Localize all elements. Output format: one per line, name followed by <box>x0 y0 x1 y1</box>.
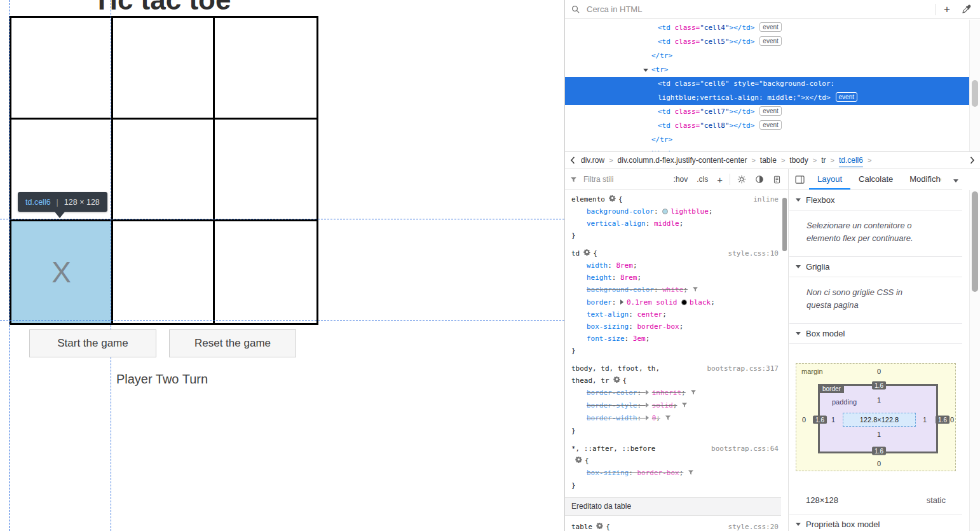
sidebar-toggle-icon[interactable] <box>795 176 805 184</box>
border-left-value[interactable]: 1.6 <box>813 416 827 424</box>
css-declaration[interactable]: font-size: 3em; <box>571 333 781 345</box>
css-declaration[interactable]: width: 8rem; <box>571 259 781 272</box>
breadcrumb-item[interactable]: table <box>760 156 777 165</box>
board-cell[interactable] <box>215 18 316 120</box>
breadcrumb-item[interactable]: td.cell6 <box>839 156 863 165</box>
class-toggle[interactable]: .cls <box>695 174 710 185</box>
markup-line[interactable]: </tr> <box>565 49 970 63</box>
breadcrumb-item[interactable]: div.column.d-flex.justify-content-center <box>618 156 747 165</box>
rule-gear-icon[interactable] <box>613 376 620 385</box>
board-cell[interactable] <box>113 18 215 120</box>
markup-line[interactable]: </tbody> <box>565 147 970 151</box>
board-cell[interactable] <box>215 120 316 221</box>
tab-modifiche[interactable]: Modifiche <box>901 169 941 190</box>
css-declaration[interactable]: border-color: inherit; <box>571 387 781 399</box>
breadcrumb-item[interactable]: div.row <box>581 156 604 165</box>
board-cell[interactable] <box>113 221 215 323</box>
overridden-filter-icon[interactable] <box>681 402 688 410</box>
print-simulation-icon[interactable] <box>771 174 783 185</box>
rule-gear-icon[interactable] <box>609 195 616 203</box>
css-declaration[interactable]: background-color: lightblue; <box>571 205 781 217</box>
filter-styles-input[interactable] <box>582 174 667 184</box>
markup-line[interactable]: <td class="cell6" style="background-colo… <box>565 77 970 105</box>
event-badge[interactable]: event <box>759 120 781 130</box>
light-scheme-icon[interactable] <box>735 174 748 185</box>
board-cell[interactable] <box>11 18 113 120</box>
stylesheet-source-link[interactable]: style.css:20 <box>728 521 779 531</box>
rule-selector-line[interactable]: thead, tr{ <box>571 375 781 387</box>
breadcrumb-back-icon[interactable] <box>569 156 576 164</box>
create-node-button[interactable]: + <box>941 3 953 16</box>
expand-shorthand-icon[interactable] <box>620 300 623 305</box>
dark-scheme-icon[interactable] <box>753 174 766 185</box>
margin-right-value[interactable]: 0 <box>950 416 954 424</box>
rule-selector-line[interactable]: table{style.css:20 <box>571 521 781 531</box>
margin-bottom-value[interactable]: 0 <box>877 460 881 467</box>
boxmodel-section-header[interactable]: Box model <box>789 324 962 344</box>
border-top-value[interactable]: 1.6 <box>872 382 886 390</box>
rule-selector-line[interactable]: elemento{inline <box>571 193 781 205</box>
rule-selector-line[interactable]: td{style.css:10 <box>571 247 781 259</box>
css-declaration[interactable]: background-color: white; <box>571 284 781 296</box>
board-cell[interactable]: X <box>11 221 113 323</box>
css-declaration[interactable]: box-sizing: border-box; <box>571 467 781 479</box>
event-badge[interactable]: event <box>759 106 781 116</box>
css-declaration[interactable]: height: 8rem; <box>571 272 781 284</box>
stylesheet-source-link[interactable]: bootstrap.css:64 <box>711 443 779 455</box>
add-rule-button[interactable]: + <box>715 173 725 186</box>
markup-line[interactable]: </tr> <box>565 133 970 147</box>
stylesheet-source-link[interactable]: bootstrap.css:317 <box>707 362 779 375</box>
css-declaration[interactable]: vertical-align: middle; <box>571 217 781 230</box>
overridden-filter-icon[interactable] <box>665 415 671 423</box>
padding-left-value[interactable]: 1 <box>831 416 835 424</box>
expand-shorthand-icon[interactable] <box>646 403 649 408</box>
breadcrumb-item[interactable]: tbody <box>789 156 808 165</box>
twisty-icon[interactable] <box>796 198 801 202</box>
tab-layout[interactable]: Layout <box>809 169 850 190</box>
color-swatch[interactable] <box>681 300 687 305</box>
rules-scrollbar-thumb[interactable] <box>782 198 787 251</box>
event-badge[interactable]: event <box>759 22 781 32</box>
padding-top-value[interactable]: 1 <box>877 396 881 404</box>
html-search-input[interactable] <box>585 4 930 15</box>
margin-top-value[interactable]: 0 <box>877 368 881 375</box>
markup-line[interactable]: <td class="cell8"></td>event <box>565 119 970 133</box>
css-declaration[interactable]: text-align: center; <box>571 308 781 321</box>
markup-line[interactable]: <td class="cell7"></td>event <box>565 105 970 119</box>
stylesheet-source-link[interactable]: inline <box>753 193 779 205</box>
twisty-icon[interactable] <box>796 265 801 268</box>
markup-scrollbar-thumb[interactable] <box>972 80 978 107</box>
board-cell[interactable] <box>215 221 316 323</box>
rule-selector-line[interactable]: *, ::after, ::beforebootstrap.css:64 <box>571 443 781 455</box>
css-declaration[interactable]: border-width: 0; <box>571 412 781 425</box>
breadcrumb-item[interactable]: tr <box>821 156 826 165</box>
color-swatch[interactable] <box>662 209 668 214</box>
start-game-button[interactable]: Start the game <box>29 329 156 357</box>
flexbox-section-header[interactable]: Flexbox <box>789 190 962 210</box>
stylesheet-source-link[interactable]: style.css:10 <box>728 247 779 259</box>
overridden-filter-icon[interactable] <box>692 286 698 294</box>
rule-selector-line[interactable]: tbody, td, tfoot, th,bootstrap.css:317 <box>571 362 781 375</box>
css-declaration[interactable]: border: 0.1rem solid black; <box>571 296 781 308</box>
markup-line[interactable]: <td class="cell4"></td>event <box>565 21 970 35</box>
expand-shorthand-icon[interactable] <box>646 390 649 395</box>
tab-calcolate[interactable]: Calcolate <box>850 169 901 190</box>
boxmodel-properties-header[interactable]: Proprietà box model <box>789 514 962 531</box>
breadcrumb-forward-icon[interactable] <box>969 156 976 164</box>
overridden-filter-icon[interactable] <box>690 389 697 397</box>
all-tabs-chevron-icon[interactable] <box>953 175 961 184</box>
expand-arrow-icon[interactable] <box>643 69 648 72</box>
padding-right-value[interactable]: 1 <box>923 416 927 424</box>
twisty-icon[interactable] <box>796 332 801 335</box>
css-declaration[interactable]: box-sizing: border-box; <box>571 321 781 333</box>
rule-selector-line[interactable]: { <box>571 455 781 467</box>
twisty-icon[interactable] <box>796 523 801 526</box>
border-right-value[interactable]: 1.6 <box>936 416 949 424</box>
margin-left-value[interactable]: 0 <box>802 416 806 424</box>
padding-bottom-value[interactable]: 1 <box>877 431 881 438</box>
markup-line[interactable]: <td class="cell5"></td>event <box>565 35 970 49</box>
overridden-filter-icon[interactable] <box>688 469 694 478</box>
grid-section-header[interactable]: Griglia <box>789 257 962 277</box>
expand-shorthand-icon[interactable] <box>646 415 649 420</box>
board-cell[interactable] <box>113 120 215 221</box>
